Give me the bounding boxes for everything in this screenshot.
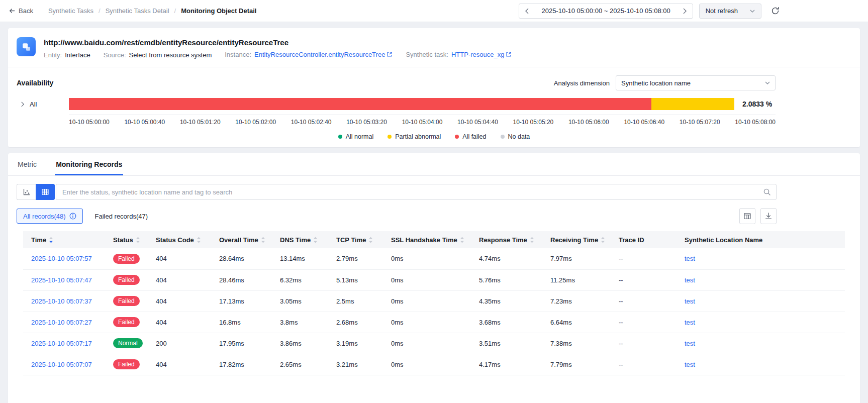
expand-chevron-icon[interactable] xyxy=(21,102,25,107)
cell-trace-id: -- xyxy=(611,354,677,375)
sort-icon[interactable] xyxy=(530,237,534,243)
record-time-link[interactable]: 2025-10-10 05:07:57 xyxy=(31,255,92,262)
cell-receiving-time: 6.64ms xyxy=(542,312,611,333)
cell-response-time: 4.17ms xyxy=(471,354,542,375)
legend-item[interactable]: No data xyxy=(501,133,530,140)
column-header-overall-time[interactable]: Overall Time xyxy=(211,231,272,248)
sort-icon[interactable] xyxy=(313,237,318,243)
cell-dns-time: 3.86ms xyxy=(272,333,328,354)
records-toolbar xyxy=(8,176,860,200)
cell-dns-time: 6.32ms xyxy=(272,269,328,290)
cell-time: 2025-10-10 05:07:37 xyxy=(23,290,105,312)
record-time-link[interactable]: 2025-10-10 05:07:27 xyxy=(31,319,92,326)
filter-all-records[interactable]: All records(48) xyxy=(17,209,83,224)
location-link[interactable]: test xyxy=(685,297,695,305)
cell-status-code: 404 xyxy=(148,290,211,312)
column-header-tcp-time[interactable]: TCP Time xyxy=(328,231,383,248)
column-header-time[interactable]: Time xyxy=(23,231,105,248)
records-card: Metric Monitoring Records xyxy=(8,153,860,403)
tab-metric[interactable]: Metric xyxy=(17,153,38,175)
external-link-icon[interactable] xyxy=(506,51,512,59)
record-time-link[interactable]: 2025-10-10 05:07:47 xyxy=(31,276,92,284)
record-time-link[interactable]: 2025-10-10 05:07:37 xyxy=(31,297,92,305)
sort-icon[interactable] xyxy=(460,237,464,243)
refresh-button[interactable] xyxy=(767,4,783,19)
record-time-link[interactable]: 2025-10-10 05:07:07 xyxy=(31,361,92,368)
column-label: Response Time xyxy=(479,236,527,244)
sort-icon[interactable] xyxy=(197,237,201,243)
refresh-mode-select[interactable]: Not refresh xyxy=(699,4,761,19)
location-link[interactable]: test xyxy=(685,276,695,284)
breadcrumb-item[interactable]: Synthetic Tasks Detail xyxy=(106,7,169,15)
time-range-value[interactable]: 2025-10-10 05:00:00 ~ 2025-10-10 05:08:0… xyxy=(534,7,677,15)
status-badge: Failed xyxy=(113,254,140,264)
search-icon[interactable] xyxy=(763,188,771,196)
sort-icon[interactable] xyxy=(136,237,140,243)
cell-status: Failed xyxy=(105,248,148,269)
column-settings-button[interactable] xyxy=(739,208,755,224)
object-detail-card: http://www.baidu.com/rest/cmdb/entityRes… xyxy=(8,28,860,147)
location-link[interactable]: test xyxy=(685,340,695,347)
instance-link[interactable]: EntityResourceController.entityResourceT… xyxy=(254,51,385,58)
synthetic-task-link[interactable]: HTTP-resouce_xg xyxy=(451,51,504,58)
column-header-status-code[interactable]: Status Code xyxy=(148,231,211,248)
x-axis-tick-label: 10-10 05:02:00 xyxy=(235,119,276,126)
availability-segment[interactable] xyxy=(651,98,735,110)
table-row: 2025-10-10 05:07:07Failed40417.82ms2.65m… xyxy=(23,354,845,375)
cell-dns-time: 3.05ms xyxy=(272,290,328,312)
column-header-response-time[interactable]: Response Time xyxy=(471,231,542,248)
page: Back Synthetic Tasks / Synthetic Tasks D… xyxy=(0,0,868,403)
search-input[interactable] xyxy=(62,188,763,196)
column-header-status[interactable]: Status xyxy=(105,231,148,248)
sort-icon[interactable] xyxy=(49,237,53,243)
topbar-controls: 2025-10-10 05:00:00 ~ 2025-10-10 05:08:0… xyxy=(519,4,783,19)
breadcrumb-item[interactable]: Synthetic Tasks xyxy=(48,7,93,15)
cell-receiving-time: 7.23ms xyxy=(542,290,611,312)
filter-failed-records[interactable]: Failed records(47) xyxy=(95,213,148,220)
availability-bar[interactable] xyxy=(69,98,734,110)
cell-tcp-time: 5.13ms xyxy=(328,269,383,290)
table-row: 2025-10-10 05:07:37Failed40417.13ms3.05m… xyxy=(23,290,845,312)
location-link[interactable]: test xyxy=(685,319,695,326)
tab-monitoring-records[interactable]: Monitoring Records xyxy=(55,153,123,175)
column-header-receiving-time[interactable]: Receiving Time xyxy=(542,231,611,248)
location-link[interactable]: test xyxy=(685,361,695,368)
analysis-dimension-select[interactable]: Synthetic location name xyxy=(616,75,776,90)
back-button[interactable]: Back xyxy=(8,7,33,15)
table-row: 2025-10-10 05:07:57Failed40428.64ms13.14… xyxy=(23,248,845,269)
legend-item[interactable]: Partial abnormal xyxy=(388,133,441,140)
sort-icon[interactable] xyxy=(601,237,605,243)
legend-item[interactable]: All normal xyxy=(338,133,374,140)
cell-dns-time: 13.14ms xyxy=(272,248,328,269)
column-header-dns-time[interactable]: DNS Time xyxy=(272,231,328,248)
column-label: Synthetic Location Name xyxy=(685,236,762,244)
legend-item[interactable]: All failed xyxy=(455,133,486,140)
prev-range-button[interactable] xyxy=(519,4,534,18)
record-time-link[interactable]: 2025-10-10 05:07:17 xyxy=(31,340,92,347)
download-button[interactable] xyxy=(760,208,777,224)
column-header-ssl-handshake-time[interactable]: SSL Handshake Time xyxy=(383,231,471,248)
records-filter-row: All records(48) Failed records(47) xyxy=(8,200,860,224)
table-view-button[interactable] xyxy=(36,184,55,200)
cell-status-code: 404 xyxy=(148,269,211,290)
analysis-dimension-value: Synthetic location name xyxy=(621,79,691,87)
external-link-icon[interactable] xyxy=(387,51,393,59)
location-link[interactable]: test xyxy=(685,255,695,262)
cell-tcp-time: 3.19ms xyxy=(328,333,383,354)
next-range-button[interactable] xyxy=(678,4,693,18)
cell-ssl-handshake-time: 0ms xyxy=(383,333,471,354)
records-table: TimeStatusStatus CodeOverall TimeDNS Tim… xyxy=(23,231,845,375)
object-header: http://www.baidu.com/rest/cmdb/entityRes… xyxy=(8,37,860,59)
synthetic-task-label: Synthetic task: xyxy=(406,51,448,58)
info-icon[interactable] xyxy=(69,213,76,220)
sort-icon[interactable] xyxy=(261,237,265,243)
cell-status-code: 404 xyxy=(148,312,211,333)
cell-tcp-time: 3.21ms xyxy=(328,354,383,375)
object-meta: Entity:Interface Source:Select from reso… xyxy=(44,51,512,59)
chart-view-button[interactable] xyxy=(17,184,36,200)
availability-segment[interactable] xyxy=(69,98,651,110)
sort-icon[interactable] xyxy=(368,237,373,243)
availability-row-label: All xyxy=(30,100,37,108)
legend-dot xyxy=(455,135,459,139)
cell-receiving-time: 7.79ms xyxy=(542,354,611,375)
